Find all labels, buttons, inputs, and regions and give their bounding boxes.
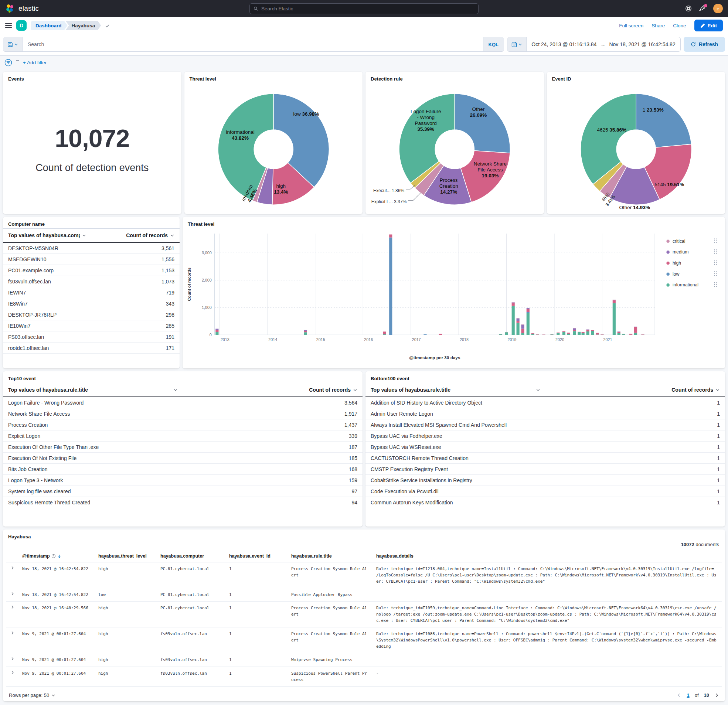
bar-segment[interactable] [215, 330, 218, 332]
expand-row-button[interactable] [10, 657, 15, 661]
bar-segment[interactable] [304, 330, 307, 331]
filter-circle-icon[interactable] [4, 59, 12, 66]
bar-segment[interactable] [215, 329, 218, 330]
legend-item[interactable]: medium [666, 249, 716, 254]
table-row[interactable]: Bypass UAC via Fodhelper.exe1 [365, 431, 725, 442]
bar-segment[interactable] [505, 332, 508, 332]
bar-segment[interactable] [613, 300, 616, 300]
calendar-icon[interactable] [507, 37, 527, 51]
avatar[interactable]: e [713, 4, 723, 13]
bar-segment[interactable] [622, 334, 625, 335]
menu-icon[interactable] [5, 22, 12, 29]
previous-page-button[interactable] [677, 693, 682, 698]
table-row[interactable]: Logon Failure - Wrong Password3,564 [3, 397, 363, 408]
breadcrumb-hayabusa[interactable]: Hayabusa [66, 21, 101, 30]
global-search-input[interactable] [261, 6, 474, 12]
elastic-logo-icon[interactable] [5, 4, 15, 13]
bar-segment[interactable] [499, 334, 502, 335]
bar-segment[interactable] [521, 333, 524, 335]
bar-segment[interactable] [527, 308, 530, 308]
table-row[interactable]: Network Share File Access1,917 [3, 408, 363, 419]
legend-drag-handle-icon[interactable] [714, 260, 717, 265]
bar-segment[interactable] [634, 326, 637, 327]
add-filter-button[interactable]: + Add filter [23, 60, 46, 65]
kql-toggle[interactable]: KQL [483, 37, 504, 51]
bar-segment[interactable] [573, 331, 576, 335]
bar-segment[interactable] [521, 329, 524, 333]
bar-segment[interactable] [517, 323, 520, 335]
global-search[interactable] [250, 3, 478, 14]
expand-row-button[interactable] [10, 566, 15, 570]
bar-segment[interactable] [517, 321, 520, 323]
bar-segment[interactable] [562, 332, 565, 335]
table-row[interactable]: Admin User Remote Logon1 [365, 408, 725, 419]
table-row[interactable]: IEWIN7719 [3, 287, 180, 298]
bar-segment[interactable] [582, 332, 585, 333]
bar-segment[interactable] [536, 334, 539, 335]
bar-segment[interactable] [512, 303, 515, 306]
expand-row-button[interactable] [10, 605, 15, 609]
document-row[interactable]: Nov 18, 2021 @ 16:42:54.822highPC-01.cyb… [6, 562, 722, 588]
legend-item[interactable]: high [666, 260, 716, 266]
bar-segment[interactable] [629, 335, 632, 335]
bar-segment[interactable] [567, 332, 570, 334]
pie-slice[interactable] [636, 94, 692, 147]
bar-segment[interactable] [383, 334, 386, 335]
legend-drag-handle-icon[interactable] [714, 282, 717, 287]
document-row[interactable]: Nov 9, 2021 @ 00:01:27.604highfs03vuln.o… [6, 667, 722, 686]
help-icon[interactable] [685, 5, 692, 12]
table-row[interactable]: Explicit Logon339 [3, 431, 363, 442]
legend-item[interactable]: low [666, 271, 716, 276]
column-header-top-values[interactable]: Top values of hayabusa.rule.title [365, 383, 546, 397]
bar-segment[interactable] [596, 333, 599, 335]
edit-button[interactable]: Edit [694, 20, 723, 32]
bar-segment[interactable] [578, 332, 581, 335]
table-row[interactable]: FS03.offsec.lan191 [3, 331, 180, 342]
bar-segment[interactable] [629, 334, 632, 335]
column-header-top-values[interactable]: Top values of hayabusa.compu [3, 229, 91, 243]
table-row[interactable]: MSEDGEWIN101,556 [3, 254, 180, 265]
bar-segment[interactable] [550, 334, 553, 335]
legend-drag-handle-icon[interactable] [714, 238, 717, 243]
bar-segment[interactable] [567, 334, 570, 335]
bar-segment[interactable] [527, 308, 530, 309]
bar-segment[interactable] [499, 334, 502, 334]
bar-segment[interactable] [618, 331, 620, 332]
bar-segment[interactable] [622, 334, 625, 334]
bar-segment[interactable] [505, 332, 508, 335]
bar-segment[interactable] [304, 332, 307, 335]
bar-segment[interactable] [586, 329, 589, 331]
column-header-details[interactable]: hayabusa.details [372, 550, 722, 562]
table-row[interactable]: Bypass UAC via WSReset.exe1 [365, 442, 725, 453]
document-row[interactable]: Nov 9, 2021 @ 00:01:27.604highfs03vuln.o… [6, 627, 722, 653]
bar-segment[interactable] [512, 303, 515, 303]
table-row[interactable]: Execution Of Other File Type Than .exe18… [3, 442, 363, 453]
bar-segment[interactable] [527, 309, 530, 312]
bar-segment[interactable] [527, 312, 530, 313]
column-header-timestamp[interactable]: @timestamp [18, 550, 94, 562]
table-row[interactable]: Logon Type 3 - Network159 [3, 475, 363, 486]
bar-segment[interactable] [383, 331, 386, 334]
bar-segment[interactable] [556, 333, 559, 335]
bar-segment[interactable] [562, 331, 565, 332]
bar-segment[interactable] [613, 303, 616, 335]
bar-segment[interactable] [582, 333, 585, 335]
table-row[interactable]: Code Execution via Pcwutl.dll1 [365, 486, 725, 497]
document-row[interactable]: Nov 9, 2021 @ 00:01:27.604highfs03vuln.o… [6, 653, 722, 667]
column-header-count[interactable]: Count of records [183, 383, 363, 397]
bar-segment[interactable] [521, 325, 524, 329]
bar-segment[interactable] [573, 328, 576, 328]
table-row[interactable]: Always Install Elevated MSI Spawned Cmd … [365, 419, 725, 431]
news-feed-icon[interactable] [699, 5, 706, 12]
next-page-button[interactable] [714, 693, 719, 698]
bar-segment[interactable] [512, 302, 515, 303]
table-row[interactable]: CMSTP Execution Registry Event1 [365, 464, 725, 475]
document-row[interactable]: Nov 18, 2021 @ 16:40:29.566highPC-01.cyb… [6, 601, 722, 627]
table-row[interactable]: Commun Autorun Keys Modification1 [365, 497, 725, 508]
bar-segment[interactable] [613, 300, 616, 303]
date-from[interactable]: Oct 24, 2013 @ 01:16:13.84 [532, 41, 597, 47]
search-input[interactable] [23, 37, 483, 51]
clone-button[interactable]: Clone [673, 23, 686, 29]
table-row[interactable]: CobaltStrike Service Installations in Re… [365, 475, 725, 486]
bar-segment[interactable] [550, 334, 553, 335]
